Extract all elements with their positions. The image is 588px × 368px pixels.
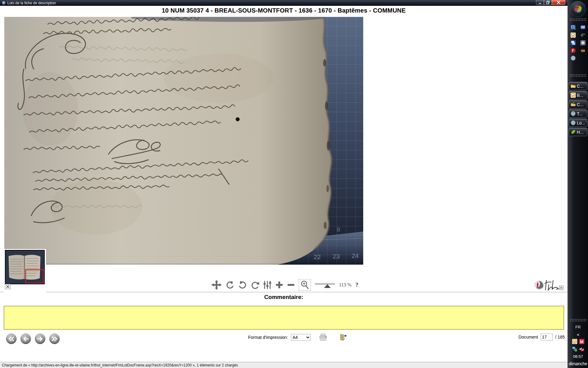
globe-icon [571,56,576,61]
plus-icon [275,281,283,289]
tray-clock-icon[interactable] [572,339,577,344]
svg-text:24: 24 [352,252,359,259]
zoom-in-button[interactable] [275,281,283,289]
taskbar-button-1[interactable]: C... [569,82,587,90]
volume-muted-icon[interactable] [579,347,584,352]
first-document-button[interactable] [6,334,17,344]
thumbnail-book [6,251,44,284]
next-document-button[interactable] [35,334,45,344]
browser-globe-button[interactable] [570,54,576,62]
document-number-input[interactable] [541,334,553,340]
document-title: 10 NUM 35037 4 - BREAL-SOUS-MONTFORT - 1… [162,7,406,14]
start-button[interactable] [571,2,585,16]
rotate-ccw-button[interactable] [226,281,234,289]
arrow-left-icon [23,337,28,341]
network-icon[interactable] [572,347,577,352]
taskbar-button-6[interactable]: H... [569,128,587,136]
globe-icon [571,111,576,116]
flash-player-button[interactable]: f [570,47,576,54]
crown-icon [580,48,586,53]
ink-dot [236,117,240,121]
window-controls [536,0,565,5]
taskbar-button-3[interactable]: C... [569,100,587,109]
zoom-level: 113 % [339,282,352,288]
print-format-label: Format d'impression: [248,335,288,340]
magnifier-plus-icon [300,280,309,289]
notification-area: FR < M 06:57 dima [568,317,588,368]
adjustments-button[interactable] [263,280,271,289]
rotate-ccw-icon [226,281,234,289]
media-player-icon [580,40,586,45]
pan-icon [211,280,222,290]
remote-desktop-button[interactable] [579,24,586,31]
rotate-reset-icon [251,281,259,289]
rotate-reset-button[interactable] [251,281,259,289]
zoom-slider-handle[interactable] [324,284,331,288]
close-button[interactable] [552,0,565,5]
clock-app-icon [571,93,576,98]
leaf-icon [571,129,576,135]
folder-open-icon [571,102,576,107]
status-text: Chargement de « http://archives-en-ligne… [2,363,238,367]
page-header: 10 NUM 35037 4 - BREAL-SOUS-MONTFORT - 1… [0,6,567,15]
scheduler-app-button[interactable] [570,31,576,39]
help-button[interactable]: ? [356,282,359,288]
comment-label: Commentaire: [0,294,567,301]
status-bar: Chargement de « http://archives-en-ligne… [0,362,567,368]
folder-icon [571,83,576,89]
show-desktop-button[interactable] [570,24,576,31]
flash-icon: f [571,48,576,53]
pager-label: Document [518,335,538,339]
taskbar-button-2[interactable]: B... [569,91,587,99]
previous-document-button[interactable] [21,334,31,344]
antivirus-icon[interactable]: M [579,339,584,344]
taskbar-grip-2[interactable] [570,74,586,77]
language-indicator[interactable]: FR [575,325,581,329]
taskbar-button-5[interactable]: Lo... [569,119,587,127]
switch-windows-button[interactable] [570,39,576,46]
tray-grip[interactable] [570,319,586,322]
taskbar: e f [567,0,588,368]
internet-explorer-icon: e [580,33,586,38]
zoom-slider[interactable] [315,282,335,288]
pan-tool-button[interactable] [211,280,222,290]
manuscript-image[interactable]: 8 22 23 24 [4,17,363,265]
clock-app-icon [571,33,576,38]
svg-text:M: M [580,339,583,344]
taskbar-grip[interactable] [570,18,586,21]
rotate-cw-button[interactable] [238,281,247,289]
thot-logo [533,278,564,292]
internet-explorer-button[interactable]: e [579,31,586,39]
media-player-button[interactable] [579,39,586,46]
zoom-out-button[interactable] [287,281,295,289]
minimize-button[interactable] [536,0,544,5]
tray-expand-button[interactable]: < [577,332,579,337]
print-format-select[interactable]: A4 [291,334,311,341]
window-titlebar: Lots de la fiche de description [0,0,588,6]
taskbar-button-4[interactable]: T... [569,109,587,118]
show-desktop-icon [571,25,576,30]
zoom-rect-tool-button[interactable] [299,279,311,291]
document-pager: Document / 185 [518,334,565,340]
logo-close-box[interactable] [559,286,563,290]
globe-icon [571,120,576,125]
frame-divider [0,292,567,292]
svg-text:22: 22 [314,253,321,260]
exit-door-icon [339,334,347,341]
photo-manager-button[interactable] [579,47,586,54]
comment-textarea[interactable] [4,306,564,330]
print-button[interactable] [319,334,327,341]
taskbar-clock[interactable]: 06:57 [573,354,583,359]
print-controls: Format d'impression: A4 [248,334,347,341]
exit-button[interactable] [339,334,347,341]
maximize-button[interactable] [544,0,552,5]
minimize-icon [538,1,542,4]
taskbar-day[interactable]: dimanche [569,361,587,366]
rotate-cw-icon [238,281,247,289]
thumbnail-close-box[interactable] [5,284,11,289]
viewer-toolbar: 113 % ? [211,278,358,291]
last-document-button[interactable] [49,334,60,344]
thumbnail-overview[interactable] [5,250,45,284]
minus-icon [287,281,295,289]
restore-icon [546,1,550,4]
